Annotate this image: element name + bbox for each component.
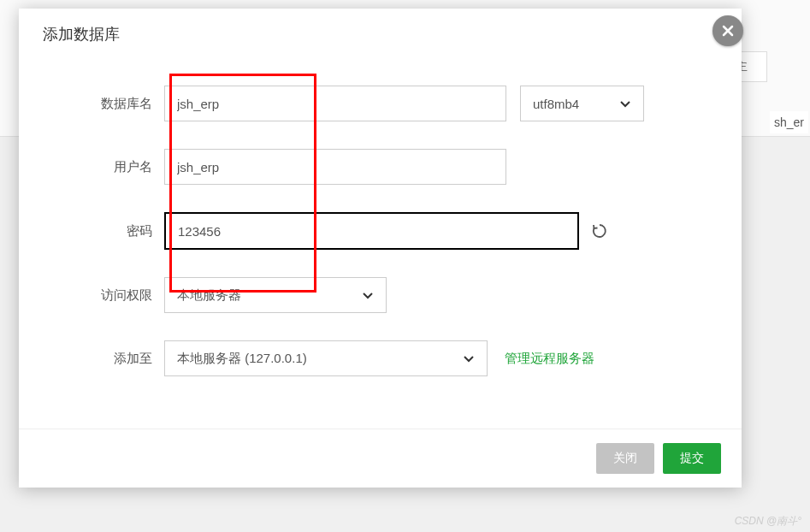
add-database-modal: 添加数据库 数据库名 utf8mb4 用户名 密码 访 bbox=[19, 9, 742, 488]
access-label: 访问权限 bbox=[53, 287, 164, 304]
charset-value: utf8mb4 bbox=[533, 97, 579, 111]
password-label: 密码 bbox=[53, 223, 164, 239]
password-input[interactable] bbox=[164, 212, 579, 250]
username-input[interactable] bbox=[164, 149, 506, 185]
addto-label: 添加至 bbox=[53, 351, 164, 367]
modal-close-icon[interactable] bbox=[712, 15, 743, 46]
close-icon bbox=[720, 23, 736, 38]
chevron-down-icon bbox=[619, 98, 631, 109]
password-row: 密码 bbox=[53, 212, 707, 250]
close-button[interactable]: 关闭 bbox=[596, 443, 654, 474]
background-row-text: sh_er bbox=[770, 111, 808, 133]
modal-footer: 关闭 提交 bbox=[19, 429, 742, 488]
addto-row: 添加至 本地服务器 (127.0.0.1) 管理远程服务器 bbox=[53, 340, 707, 376]
db-name-label: 数据库名 bbox=[53, 96, 164, 112]
chevron-down-icon bbox=[463, 352, 475, 364]
access-row: 访问权限 本地服务器 bbox=[53, 277, 707, 313]
db-name-input[interactable] bbox=[164, 86, 506, 121]
manage-remote-link[interactable]: 管理远程服务器 bbox=[505, 351, 594, 367]
db-name-row: 数据库名 utf8mb4 bbox=[53, 86, 707, 121]
username-label: 用户名 bbox=[53, 159, 164, 175]
chevron-down-icon bbox=[362, 289, 374, 301]
charset-select[interactable]: utf8mb4 bbox=[520, 86, 644, 121]
username-row: 用户名 bbox=[53, 149, 707, 185]
modal-body: 数据库名 utf8mb4 用户名 密码 访问权限 本地服 bbox=[19, 60, 742, 429]
addto-value: 本地服务器 (127.0.0.1) bbox=[177, 351, 307, 367]
modal-title: 添加数据库 bbox=[19, 9, 742, 60]
watermark: CSDN @南斗° bbox=[735, 514, 801, 529]
access-value: 本地服务器 bbox=[177, 287, 241, 304]
addto-select[interactable]: 本地服务器 (127.0.0.1) bbox=[164, 340, 488, 376]
refresh-password-button[interactable] bbox=[591, 222, 608, 239]
submit-button[interactable]: 提交 bbox=[663, 443, 721, 474]
refresh-icon bbox=[591, 222, 608, 239]
access-select[interactable]: 本地服务器 bbox=[164, 277, 387, 313]
